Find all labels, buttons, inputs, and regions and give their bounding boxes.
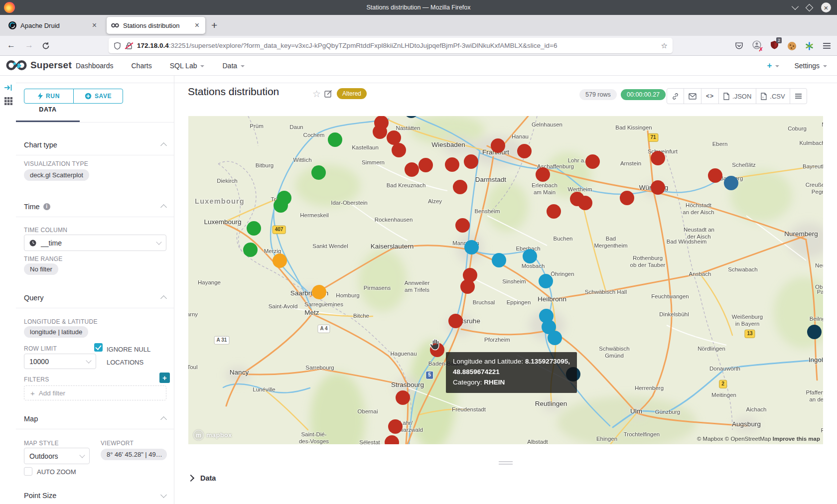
scatter-point[interactable]	[620, 191, 634, 205]
nav-sql-lab[interactable]: SQL Lab	[170, 62, 205, 70]
tab-close-icon[interactable]: ×	[91, 21, 98, 30]
mapbox-logo[interactable]: m mapbox	[193, 430, 232, 440]
resize-handle[interactable]	[499, 460, 513, 465]
scatter-point[interactable]	[807, 325, 822, 339]
email-button[interactable]	[684, 89, 701, 104]
scatter-point[interactable]	[274, 198, 288, 213]
forward-button[interactable]: →	[25, 40, 33, 50]
tab-apache-druid[interactable]: Apache Druid ×	[4, 17, 103, 34]
menu-hamburger-icon[interactable]	[823, 42, 831, 49]
scatter-point[interactable]	[539, 274, 553, 288]
pocket-icon[interactable]	[735, 42, 743, 50]
scatter-point[interactable]	[273, 253, 287, 268]
scatter-point[interactable]	[517, 144, 532, 158]
tab-data[interactable]: DATA	[16, 99, 80, 121]
settings-menu[interactable]: Settings	[794, 62, 827, 70]
reload-icon[interactable]	[42, 42, 50, 50]
add-filter-plus-button[interactable]: +	[159, 373, 170, 383]
scatter-point[interactable]	[464, 154, 478, 169]
scatter-point[interactable]	[385, 435, 399, 445]
attribution-text[interactable]: © Mapbox © OpenStreetMap	[697, 436, 773, 442]
lonlat-pill[interactable]: longitude | latitude	[24, 326, 88, 338]
scatter-point[interactable]	[724, 176, 738, 190]
section-time[interactable]: Time i	[16, 196, 174, 217]
extension-asterisk-icon[interactable]	[805, 42, 814, 50]
chart-menu-button[interactable]	[790, 89, 807, 104]
cookie-icon[interactable]	[788, 42, 796, 50]
scatter-point[interactable]	[445, 157, 459, 172]
scatter-point[interactable]	[448, 314, 463, 328]
section-query[interactable]: Query	[16, 287, 174, 308]
scatter-point[interactable]	[708, 168, 722, 183]
map-style-select[interactable]: Outdoors	[24, 448, 90, 464]
add-filter-box[interactable]: + Add filter	[24, 385, 166, 400]
nav-dashboards[interactable]: Dashboards	[76, 62, 114, 70]
tab-stations-distribution[interactable]: Stations distribution ×	[107, 17, 205, 34]
add-new-button[interactable]: +	[767, 61, 779, 71]
section-map[interactable]: Map	[16, 408, 174, 429]
new-tab-button[interactable]: +	[211, 19, 217, 31]
scatter-point[interactable]	[536, 167, 550, 182]
scatter-point[interactable]	[547, 204, 561, 219]
scatter-point[interactable]	[247, 221, 261, 236]
back-button[interactable]: ←	[7, 40, 15, 50]
deckgl-scatterplot-map[interactable]: PrümDaunCochemNastättenGelnhausenHanauBa…	[188, 116, 823, 444]
scatter-point[interactable]	[455, 218, 470, 233]
data-panel-toggle[interactable]: Data	[188, 474, 216, 482]
scatter-point[interactable]	[388, 419, 403, 434]
insecure-lock-icon[interactable]	[125, 42, 133, 50]
scatter-point[interactable]	[418, 158, 433, 172]
embed-code-button[interactable]: <>	[701, 89, 718, 104]
scatter-point[interactable]	[523, 249, 537, 263]
time-range-pill[interactable]: No filter	[24, 263, 58, 275]
collapse-panel-icon[interactable]	[4, 84, 12, 92]
nav-charts[interactable]: Charts	[132, 62, 152, 70]
section-point-size[interactable]: Point Size	[16, 485, 174, 504]
url-bar[interactable]: 172.18.0.4 :32251/superset/explore/?form…	[109, 38, 673, 53]
ublock-icon[interactable]: 2	[770, 40, 779, 51]
scatter-point[interactable]	[585, 154, 600, 169]
save-button[interactable]: SAVE	[73, 89, 123, 103]
window-maximize-icon[interactable]	[806, 3, 814, 11]
bookmark-star-icon[interactable]: ☆	[661, 41, 668, 50]
scatter-point[interactable]	[453, 180, 467, 194]
superset-logo[interactable]: Superset	[6, 58, 72, 72]
scatter-point[interactable]	[396, 390, 410, 405]
scatter-point[interactable]	[651, 180, 665, 195]
ignore-null-checkbox[interactable]	[94, 343, 103, 352]
scatter-point[interactable]	[491, 138, 505, 153]
dataset-grid-icon[interactable]	[4, 97, 13, 106]
scatter-point[interactable]	[460, 279, 475, 294]
favorite-star-icon[interactable]: ☆	[312, 88, 321, 100]
tab-close-icon[interactable]: ×	[193, 21, 201, 30]
row-limit-select[interactable]: 10000	[24, 354, 96, 369]
nav-data[interactable]: Data	[222, 62, 245, 70]
scatter-point[interactable]	[312, 285, 326, 299]
scatter-point[interactable]	[405, 162, 419, 177]
improve-map-link[interactable]: Improve this map	[773, 436, 820, 442]
scatter-point[interactable]	[392, 143, 406, 157]
scatter-point[interactable]	[548, 331, 562, 345]
scatter-point[interactable]	[404, 116, 418, 118]
share-link-button[interactable]	[667, 89, 684, 104]
time-column-select[interactable]: __time	[24, 235, 166, 251]
scatter-point[interactable]	[578, 196, 592, 210]
export-json-button[interactable]: .JSON	[718, 89, 756, 104]
auto-zoom-checkbox[interactable]	[24, 467, 32, 476]
viewport-pill[interactable]: 8° 46' 45.28" | 49…	[101, 449, 167, 460]
edit-properties-icon[interactable]	[324, 90, 332, 98]
window-close-button[interactable]: ×	[821, 2, 831, 12]
viz-type-pill[interactable]: deck.gl Scatterplot	[24, 169, 89, 181]
window-minimize-icon[interactable]	[792, 3, 799, 10]
scatter-point[interactable]	[328, 132, 342, 147]
export-csv-button[interactable]: x .CSV	[756, 89, 789, 104]
scatter-point[interactable]	[464, 240, 479, 254]
scatter-point[interactable]	[373, 125, 387, 139]
account-icon[interactable]: ✗	[752, 40, 761, 51]
scatter-point[interactable]	[492, 253, 506, 267]
scatter-point[interactable]	[651, 151, 665, 165]
shield-icon[interactable]	[114, 42, 121, 50]
section-chart-type[interactable]: Chart type	[16, 134, 174, 155]
scatter-point[interactable]	[311, 165, 326, 180]
scatter-point[interactable]	[243, 243, 258, 257]
